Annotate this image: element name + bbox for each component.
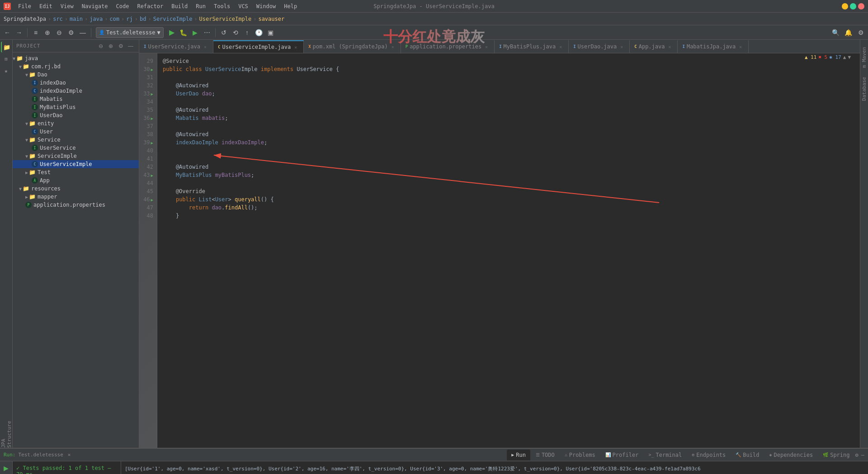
activity-project[interactable]: 📁 bbox=[1, 42, 12, 52]
tab-close-App.java[interactable]: ✕ bbox=[666, 43, 673, 50]
bottom-tab-build[interactable]: 🔨Build bbox=[731, 450, 764, 460]
tree-item-Test[interactable]: ▶📁Test bbox=[13, 168, 139, 176]
commit-button[interactable]: ↑ bbox=[242, 27, 253, 38]
tree-item-Dao[interactable]: ▼📁Dao bbox=[13, 71, 139, 79]
sidebar-hide[interactable]: — bbox=[126, 42, 135, 51]
minimize-button[interactable]: − bbox=[842, 3, 848, 9]
tree-item-Mabatis[interactable]: IMabatis bbox=[13, 95, 139, 103]
tab-close-MabatisJpa.java[interactable]: ✕ bbox=[737, 43, 744, 50]
tab-UserServiceImple-java[interactable]: CUserServiceImple.java✕ bbox=[213, 40, 304, 53]
back-button[interactable]: ← bbox=[2, 27, 13, 38]
tree-item-mapper[interactable]: ▶📁mapper bbox=[13, 193, 139, 201]
breadcrumb-com[interactable]: com bbox=[109, 16, 119, 22]
sidebar-expand-all[interactable]: ⊕ bbox=[106, 42, 115, 51]
run-with-coverage-button[interactable]: ▶ bbox=[190, 27, 201, 38]
forward-button[interactable]: → bbox=[14, 27, 24, 38]
tree-item-resources[interactable]: ▼📁resources bbox=[13, 185, 139, 193]
tab-pom-xml[interactable]: Xpom.xml (SpringdateJpa)✕ bbox=[304, 40, 401, 53]
tab-close-UserServiceImple.java[interactable]: ✕ bbox=[292, 44, 299, 50]
menu-edit[interactable]: Edit bbox=[36, 2, 56, 10]
more-run-options[interactable]: ⋯ bbox=[202, 27, 212, 38]
breadcrumb-rj[interactable]: rj bbox=[126, 16, 132, 22]
breadcrumb-file[interactable]: UserServiceImple bbox=[199, 16, 252, 22]
search-everywhere-button[interactable]: 🔍 bbox=[830, 27, 841, 38]
tab-close-application.properties[interactable]: ✕ bbox=[483, 43, 490, 50]
tab-close-UserService.java[interactable]: ✕ bbox=[202, 43, 208, 50]
breadcrumb-serviceimple[interactable]: ServiceImple bbox=[153, 16, 193, 22]
bottom-tab-run[interactable]: ▶Run bbox=[507, 450, 530, 460]
tree-item-User[interactable]: CUser bbox=[13, 128, 139, 136]
tab-MabatisJpa-java[interactable]: IMabatisJpa.java✕ bbox=[678, 40, 749, 53]
menu-build[interactable]: Build bbox=[168, 2, 191, 10]
tab-close-MyBatisPlus.java[interactable]: ✕ bbox=[557, 43, 564, 50]
expand-warnings[interactable]: ▲ bbox=[843, 54, 846, 60]
annotate-button[interactable]: ▣ bbox=[265, 27, 276, 38]
activity-favorites[interactable]: ★ bbox=[1, 65, 12, 76]
run-config-selector[interactable]: 👤 Test.deletessse ▼ bbox=[96, 27, 164, 38]
tree-item-indexDao[interactable]: IindexDao bbox=[13, 79, 139, 87]
menu-tools[interactable]: Tools bbox=[210, 2, 234, 10]
tree-item-com.rj.bd[interactable]: ▼📁com.rj.bd bbox=[13, 62, 139, 71]
sidebar-settings[interactable]: ⚙ bbox=[116, 42, 125, 51]
bottom-gear-button[interactable]: ⚙ bbox=[855, 452, 859, 458]
bottom-tab-endpoints[interactable]: ⊕Endpoints bbox=[687, 450, 730, 460]
breadcrumb-java[interactable]: java bbox=[90, 16, 103, 22]
tree-item-MyBatisPlus[interactable]: IMyBatisPlus bbox=[13, 103, 139, 111]
settings-cog-button[interactable]: ⚙ bbox=[855, 27, 866, 38]
debug-button[interactable]: 🐛 bbox=[178, 27, 189, 38]
breadcrumb-main[interactable]: main bbox=[70, 16, 83, 22]
align-left-button[interactable]: ≡ bbox=[30, 27, 41, 38]
collapse-warnings[interactable]: ▼ bbox=[848, 54, 851, 60]
bottom-tab-dependencies[interactable]: ◈Dependencies bbox=[764, 450, 817, 460]
hide-button[interactable]: — bbox=[77, 27, 88, 38]
tab-close-pom.xml[interactable]: ✕ bbox=[390, 43, 396, 50]
tree-item-enity[interactable]: ▼📁enity bbox=[13, 119, 139, 128]
bottom-tab-profiler[interactable]: 📊Profiler bbox=[601, 450, 643, 460]
maximize-button[interactable]: □ bbox=[850, 3, 856, 9]
bottom-tab-problems[interactable]: ⚠Problems bbox=[560, 450, 600, 460]
activity-jpa[interactable]: JPA Structure bbox=[3, 421, 10, 448]
update-button[interactable]: ↺ bbox=[218, 27, 229, 38]
rollback-button[interactable]: ⟲ bbox=[230, 27, 241, 38]
menu-file[interactable]: File bbox=[14, 2, 35, 10]
menu-navigate[interactable]: Navigate bbox=[78, 2, 112, 10]
run-tab-close[interactable]: ✕ bbox=[68, 452, 71, 458]
activity-structure[interactable]: ⊞ bbox=[1, 53, 12, 64]
breadcrumb-project[interactable]: SpringdateJpa bbox=[4, 16, 46, 22]
bottom-close-button[interactable]: — bbox=[861, 452, 864, 458]
breadcrumb-method[interactable]: savauser bbox=[258, 16, 284, 22]
menu-run[interactable]: Run bbox=[192, 2, 209, 10]
menu-help[interactable]: Help bbox=[280, 2, 301, 10]
sidebar-collapse-all[interactable]: ⊖ bbox=[96, 42, 105, 51]
tab-close-UserDao.java[interactable]: ✕ bbox=[618, 43, 625, 50]
database-panel-tab[interactable]: Database bbox=[860, 73, 868, 104]
settings-button[interactable]: ⚙ bbox=[66, 27, 76, 38]
bottom-tab-terminal[interactable]: >_Terminal bbox=[644, 450, 686, 460]
tab-UserDao-java[interactable]: IUserDao.java✕ bbox=[569, 40, 630, 53]
tab-application-properties[interactable]: Papplication.properties✕ bbox=[401, 40, 495, 53]
code-editor[interactable]: 2930▶313233▶343536▶373839▶40414243▶44454… bbox=[139, 53, 860, 448]
notifications-button[interactable]: 🔔 bbox=[843, 27, 854, 38]
code-content[interactable]: @Servicepublic class UserServiceImple im… bbox=[157, 53, 860, 448]
tab-App-java[interactable]: CApp.java✕ bbox=[630, 40, 678, 53]
tree-item-UserService[interactable]: IUserService bbox=[13, 144, 139, 152]
run-button[interactable]: ▶ bbox=[166, 27, 177, 38]
breadcrumb-bd[interactable]: bd bbox=[140, 16, 146, 22]
collapse-all-button[interactable]: ⊖ bbox=[54, 27, 65, 38]
run-play-button[interactable]: ▶ bbox=[1, 463, 11, 473]
tree-item-java[interactable]: ▼📁java bbox=[13, 54, 139, 62]
close-button[interactable]: ✕ bbox=[858, 3, 864, 9]
history-button[interactable]: 🕐 bbox=[254, 27, 264, 38]
bottom-tab-todo[interactable]: ☰TODO bbox=[531, 450, 559, 460]
tab-UserService-java[interactable]: IUserService.java✕ bbox=[139, 40, 213, 53]
menu-window[interactable]: Window bbox=[253, 2, 279, 10]
breadcrumb-src[interactable]: src bbox=[53, 16, 63, 22]
tree-item-application.properties[interactable]: Papplication.properties bbox=[13, 201, 139, 209]
menu-refactor[interactable]: Refactor bbox=[133, 2, 167, 10]
menu-vcs[interactable]: VCS bbox=[235, 2, 252, 10]
menu-code[interactable]: Code bbox=[113, 2, 133, 10]
tree-item-Service[interactable]: ▼📁Service bbox=[13, 136, 139, 144]
tab-MyBatisPlus-java[interactable]: IMyBatisPlus.java✕ bbox=[495, 40, 569, 53]
tree-item-ServiceImple[interactable]: ▼📁ServiceImple bbox=[13, 152, 139, 160]
tree-item-UserServiceImple[interactable]: CUserServiceImple bbox=[13, 160, 139, 168]
